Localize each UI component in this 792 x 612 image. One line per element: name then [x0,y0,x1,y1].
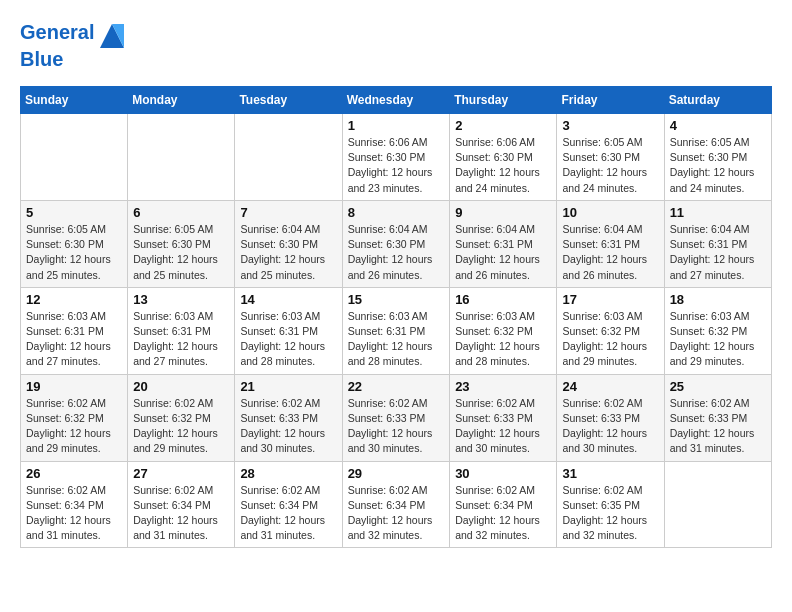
day-number: 6 [133,205,229,220]
calendar-cell: 11Sunrise: 6:04 AM Sunset: 6:31 PM Dayli… [664,200,771,287]
day-info: Sunrise: 6:04 AM Sunset: 6:31 PM Dayligh… [455,222,551,283]
calendar-header: SundayMondayTuesdayWednesdayThursdayFrid… [21,87,772,114]
calendar-cell: 26Sunrise: 6:02 AM Sunset: 6:34 PM Dayli… [21,461,128,548]
day-info: Sunrise: 6:02 AM Sunset: 6:32 PM Dayligh… [133,396,229,457]
weekday-header-wednesday: Wednesday [342,87,450,114]
day-info: Sunrise: 6:05 AM Sunset: 6:30 PM Dayligh… [133,222,229,283]
calendar-cell: 6Sunrise: 6:05 AM Sunset: 6:30 PM Daylig… [128,200,235,287]
day-number: 31 [562,466,658,481]
day-info: Sunrise: 6:02 AM Sunset: 6:33 PM Dayligh… [670,396,766,457]
day-number: 13 [133,292,229,307]
calendar-cell [21,114,128,201]
day-info: Sunrise: 6:02 AM Sunset: 6:33 PM Dayligh… [562,396,658,457]
day-info: Sunrise: 6:03 AM Sunset: 6:31 PM Dayligh… [240,309,336,370]
calendar-cell: 16Sunrise: 6:03 AM Sunset: 6:32 PM Dayli… [450,287,557,374]
calendar-cell: 30Sunrise: 6:02 AM Sunset: 6:34 PM Dayli… [450,461,557,548]
calendar-cell [128,114,235,201]
day-number: 1 [348,118,445,133]
day-number: 3 [562,118,658,133]
day-info: Sunrise: 6:03 AM Sunset: 6:31 PM Dayligh… [133,309,229,370]
calendar-cell: 21Sunrise: 6:02 AM Sunset: 6:33 PM Dayli… [235,374,342,461]
calendar-cell: 17Sunrise: 6:03 AM Sunset: 6:32 PM Dayli… [557,287,664,374]
weekday-header-saturday: Saturday [664,87,771,114]
calendar-week-4: 19Sunrise: 6:02 AM Sunset: 6:32 PM Dayli… [21,374,772,461]
calendar-cell: 5Sunrise: 6:05 AM Sunset: 6:30 PM Daylig… [21,200,128,287]
calendar-week-5: 26Sunrise: 6:02 AM Sunset: 6:34 PM Dayli… [21,461,772,548]
calendar-cell: 25Sunrise: 6:02 AM Sunset: 6:33 PM Dayli… [664,374,771,461]
weekday-header-row: SundayMondayTuesdayWednesdayThursdayFrid… [21,87,772,114]
day-info: Sunrise: 6:03 AM Sunset: 6:32 PM Dayligh… [562,309,658,370]
calendar-cell: 2Sunrise: 6:06 AM Sunset: 6:30 PM Daylig… [450,114,557,201]
calendar-cell: 15Sunrise: 6:03 AM Sunset: 6:31 PM Dayli… [342,287,450,374]
day-info: Sunrise: 6:02 AM Sunset: 6:34 PM Dayligh… [455,483,551,544]
logo-text: General Blue [20,20,128,70]
day-number: 12 [26,292,122,307]
day-info: Sunrise: 6:02 AM Sunset: 6:34 PM Dayligh… [26,483,122,544]
calendar-cell: 22Sunrise: 6:02 AM Sunset: 6:33 PM Dayli… [342,374,450,461]
day-number: 21 [240,379,336,394]
calendar-cell: 3Sunrise: 6:05 AM Sunset: 6:30 PM Daylig… [557,114,664,201]
logo: General Blue [20,20,128,70]
day-number: 22 [348,379,445,394]
day-number: 5 [26,205,122,220]
day-info: Sunrise: 6:02 AM Sunset: 6:33 PM Dayligh… [455,396,551,457]
day-info: Sunrise: 6:03 AM Sunset: 6:32 PM Dayligh… [455,309,551,370]
day-number: 28 [240,466,336,481]
calendar-cell [235,114,342,201]
calendar-body: 1Sunrise: 6:06 AM Sunset: 6:30 PM Daylig… [21,114,772,548]
day-info: Sunrise: 6:05 AM Sunset: 6:30 PM Dayligh… [670,135,766,196]
weekday-header-monday: Monday [128,87,235,114]
day-info: Sunrise: 6:04 AM Sunset: 6:31 PM Dayligh… [562,222,658,283]
calendar-cell: 31Sunrise: 6:02 AM Sunset: 6:35 PM Dayli… [557,461,664,548]
day-number: 29 [348,466,445,481]
day-number: 8 [348,205,445,220]
calendar-cell: 28Sunrise: 6:02 AM Sunset: 6:34 PM Dayli… [235,461,342,548]
day-number: 18 [670,292,766,307]
day-number: 10 [562,205,658,220]
weekday-header-friday: Friday [557,87,664,114]
day-number: 2 [455,118,551,133]
calendar-cell: 8Sunrise: 6:04 AM Sunset: 6:30 PM Daylig… [342,200,450,287]
day-number: 14 [240,292,336,307]
day-info: Sunrise: 6:02 AM Sunset: 6:35 PM Dayligh… [562,483,658,544]
day-info: Sunrise: 6:03 AM Sunset: 6:31 PM Dayligh… [26,309,122,370]
calendar-cell: 13Sunrise: 6:03 AM Sunset: 6:31 PM Dayli… [128,287,235,374]
day-info: Sunrise: 6:06 AM Sunset: 6:30 PM Dayligh… [348,135,445,196]
weekday-header-tuesday: Tuesday [235,87,342,114]
day-number: 11 [670,205,766,220]
day-number: 4 [670,118,766,133]
calendar-cell: 20Sunrise: 6:02 AM Sunset: 6:32 PM Dayli… [128,374,235,461]
day-info: Sunrise: 6:02 AM Sunset: 6:33 PM Dayligh… [348,396,445,457]
calendar-cell: 23Sunrise: 6:02 AM Sunset: 6:33 PM Dayli… [450,374,557,461]
calendar-cell: 24Sunrise: 6:02 AM Sunset: 6:33 PM Dayli… [557,374,664,461]
weekday-header-thursday: Thursday [450,87,557,114]
calendar-week-3: 12Sunrise: 6:03 AM Sunset: 6:31 PM Dayli… [21,287,772,374]
day-info: Sunrise: 6:06 AM Sunset: 6:30 PM Dayligh… [455,135,551,196]
day-info: Sunrise: 6:04 AM Sunset: 6:31 PM Dayligh… [670,222,766,283]
calendar-cell: 1Sunrise: 6:06 AM Sunset: 6:30 PM Daylig… [342,114,450,201]
day-number: 17 [562,292,658,307]
day-info: Sunrise: 6:02 AM Sunset: 6:32 PM Dayligh… [26,396,122,457]
calendar-cell: 27Sunrise: 6:02 AM Sunset: 6:34 PM Dayli… [128,461,235,548]
calendar-cell: 19Sunrise: 6:02 AM Sunset: 6:32 PM Dayli… [21,374,128,461]
day-number: 24 [562,379,658,394]
weekday-header-sunday: Sunday [21,87,128,114]
day-number: 26 [26,466,122,481]
calendar-cell: 18Sunrise: 6:03 AM Sunset: 6:32 PM Dayli… [664,287,771,374]
calendar-cell [664,461,771,548]
calendar-cell: 4Sunrise: 6:05 AM Sunset: 6:30 PM Daylig… [664,114,771,201]
day-info: Sunrise: 6:02 AM Sunset: 6:34 PM Dayligh… [240,483,336,544]
day-number: 27 [133,466,229,481]
day-info: Sunrise: 6:03 AM Sunset: 6:32 PM Dayligh… [670,309,766,370]
day-info: Sunrise: 6:05 AM Sunset: 6:30 PM Dayligh… [562,135,658,196]
day-number: 25 [670,379,766,394]
day-info: Sunrise: 6:05 AM Sunset: 6:30 PM Dayligh… [26,222,122,283]
calendar-table: SundayMondayTuesdayWednesdayThursdayFrid… [20,86,772,548]
page-header: General Blue [20,20,772,70]
day-info: Sunrise: 6:03 AM Sunset: 6:31 PM Dayligh… [348,309,445,370]
calendar-week-2: 5Sunrise: 6:05 AM Sunset: 6:30 PM Daylig… [21,200,772,287]
day-info: Sunrise: 6:04 AM Sunset: 6:30 PM Dayligh… [348,222,445,283]
calendar-week-1: 1Sunrise: 6:06 AM Sunset: 6:30 PM Daylig… [21,114,772,201]
day-number: 20 [133,379,229,394]
calendar-cell: 12Sunrise: 6:03 AM Sunset: 6:31 PM Dayli… [21,287,128,374]
